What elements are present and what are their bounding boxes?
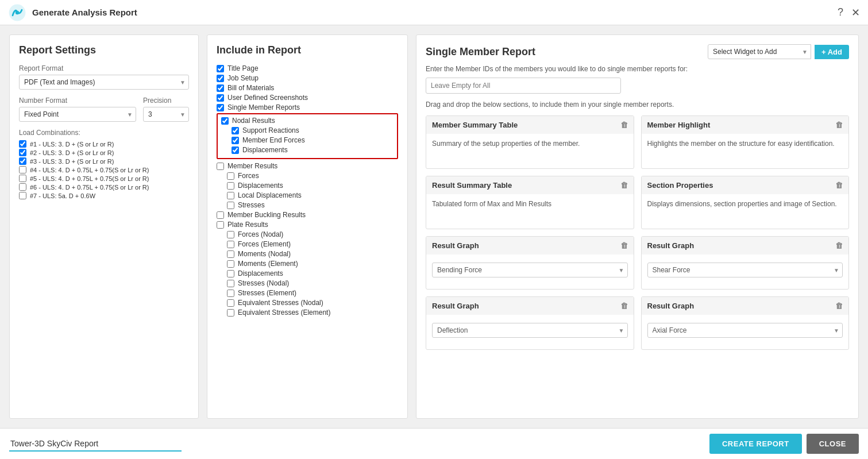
widget-select-wrapper: Select Widget to Add ▼ xyxy=(708,44,811,59)
lc3-label: #3 - ULS: 3. D + (S or Lr or R) xyxy=(30,158,114,165)
displacements-nodal-checkbox[interactable] xyxy=(232,146,239,154)
stresses-nodal-checkbox[interactable] xyxy=(227,280,234,287)
widget-result-graph-bending-header: Result Graph 🗑 xyxy=(426,237,634,254)
equiv-stresses-nodal-checkbox[interactable] xyxy=(227,299,234,307)
support-reactions-label: Support Reactions xyxy=(242,126,299,134)
title-page-checkbox[interactable] xyxy=(217,65,224,72)
member-results-checkbox[interactable] xyxy=(217,163,224,170)
widget-select[interactable]: Select Widget to Add xyxy=(708,44,811,59)
member-end-forces-checkbox[interactable] xyxy=(232,137,239,144)
widget-member-summary-header: Member Summary Table 🗑 xyxy=(426,116,634,134)
window-close-button[interactable]: ✕ xyxy=(851,6,860,19)
svg-point-1 xyxy=(16,10,19,14)
lc2-item: #2 - ULS: 3. D + (S or Lr or R) xyxy=(19,149,189,156)
equiv-stresses-nodal-label: Equivalent Stresses (Nodal) xyxy=(238,299,323,307)
local-displacements-checkbox[interactable] xyxy=(227,192,234,199)
widget-result-summary-header: Result Summary Table 🗑 xyxy=(426,176,634,194)
nodal-results-item: Nodal Results xyxy=(221,117,394,125)
widget-result-graph-axial-body: Bending Force Shear Force Axial Force De… xyxy=(642,315,849,349)
lc6-item: #6 - ULS: 4. D + 0.75L + 0.75(S or Lr or… xyxy=(19,183,189,191)
displacements-member-item: Displacements xyxy=(227,182,398,190)
support-reactions-item: Support Reactions xyxy=(232,126,394,134)
displacements-member-checkbox[interactable] xyxy=(227,182,234,190)
stresses-label: Stresses xyxy=(238,201,265,209)
bill-of-materials-checkbox[interactable] xyxy=(217,84,224,92)
widget-section-properties-delete-icon[interactable]: 🗑 xyxy=(835,181,843,190)
lc3-checkbox[interactable] xyxy=(19,157,26,165)
widget-member-highlight-delete-icon[interactable]: 🗑 xyxy=(835,121,843,129)
local-displacements-item: Local Displacements xyxy=(227,191,398,199)
widget-result-summary-delete-icon[interactable]: 🗑 xyxy=(620,181,628,190)
close-button[interactable]: CLOSE xyxy=(807,434,859,454)
shear-force-select-wrapper: Bending Force Shear Force Axial Force De… xyxy=(647,263,843,277)
lc7-checkbox[interactable] xyxy=(19,192,26,199)
equiv-stresses-element-item: Equivalent Stresses (Element) xyxy=(227,308,398,317)
displacements-member-label: Displacements xyxy=(238,182,283,190)
equiv-stresses-element-label: Equivalent Stresses (Element) xyxy=(238,308,330,317)
equiv-stresses-element-checkbox[interactable] xyxy=(227,309,234,317)
nodal-results-highlight-box: Nodal Results Support Reactions Member E… xyxy=(217,113,398,159)
lc6-checkbox[interactable] xyxy=(19,183,26,191)
job-setup-checkbox[interactable] xyxy=(217,75,224,82)
create-report-button[interactable]: CREATE REPORT xyxy=(709,434,802,454)
nodal-results-checkbox[interactable] xyxy=(221,117,229,125)
precision-label: Precision xyxy=(143,97,189,105)
stresses-element-checkbox[interactable] xyxy=(227,290,234,297)
bending-force-select[interactable]: Bending Force Shear Force Axial Force De… xyxy=(432,263,628,277)
widget-result-graph-shear-delete-icon[interactable]: 🗑 xyxy=(835,241,843,250)
widget-result-summary-title: Result Summary Table xyxy=(432,181,512,190)
widget-result-summary-table: Result Summary Table 🗑 Tabulated form of… xyxy=(426,176,634,229)
widget-result-graph-shear-body: Bending Force Shear Force Axial Force De… xyxy=(642,254,849,289)
report-name-input[interactable] xyxy=(9,437,182,452)
report-settings-title: Report Settings xyxy=(19,44,189,56)
deflection-select[interactable]: Bending Force Shear Force Axial Force De… xyxy=(432,323,628,338)
widget-result-graph-axial-delete-icon[interactable]: 🗑 xyxy=(835,302,843,310)
single-member-reports-checkbox[interactable] xyxy=(217,104,224,111)
plate-results-label: Plate Results xyxy=(227,221,268,229)
widget-result-summary-body: Tabulated form of Max and Min Results xyxy=(426,194,634,229)
member-buckling-checkbox[interactable] xyxy=(217,211,224,219)
lc2-checkbox[interactable] xyxy=(19,149,26,156)
axial-force-select[interactable]: Bending Force Shear Force Axial Force De… xyxy=(647,323,843,338)
stresses-checkbox[interactable] xyxy=(227,202,234,209)
plate-results-item: Plate Results xyxy=(217,221,398,229)
plate-results-checkbox[interactable] xyxy=(217,221,224,229)
lc4-item: #4 - ULS: 4. D + 0.75L + 0.75(S or Lr or… xyxy=(19,166,189,173)
help-button[interactable]: ? xyxy=(838,6,843,18)
lc4-checkbox[interactable] xyxy=(19,166,26,173)
moments-element-checkbox[interactable] xyxy=(227,260,234,268)
member-results-label: Member Results xyxy=(227,162,277,170)
forces-nodal-checkbox[interactable] xyxy=(227,231,234,238)
moments-nodal-checkbox[interactable] xyxy=(227,250,234,258)
member-ids-input[interactable] xyxy=(426,78,621,94)
add-widget-button[interactable]: + Add xyxy=(815,45,849,59)
widget-member-highlight-header: Member Highlight 🗑 xyxy=(642,116,849,134)
lc4-label: #4 - ULS: 4. D + 0.75L + 0.75(S or Lr or… xyxy=(30,167,149,173)
lc1-label: #1 - ULS: 3. D + (S or Lr or R) xyxy=(30,141,114,148)
number-format-select[interactable]: Fixed Point Scientific Engineering xyxy=(19,107,136,122)
lc5-checkbox[interactable] xyxy=(19,175,26,182)
lc1-checkbox[interactable] xyxy=(19,140,26,148)
forces-element-label: Forces (Element) xyxy=(238,240,291,248)
axial-force-select-wrapper: Bending Force Shear Force Axial Force De… xyxy=(647,323,843,338)
number-precision-row: Number Format Fixed Point Scientific Eng… xyxy=(19,97,189,122)
single-member-report-panel: Single Member Report Select Widget to Ad… xyxy=(416,34,859,419)
widget-result-graph-bending-delete-icon[interactable]: 🗑 xyxy=(620,241,628,250)
widget-member-summary-delete-icon[interactable]: 🗑 xyxy=(620,121,628,129)
precision-select[interactable]: 1 2 3 4 5 xyxy=(143,107,189,122)
title-page-item: Title Page xyxy=(217,64,398,72)
displacements-plate-checkbox[interactable] xyxy=(227,270,234,277)
forces-checkbox[interactable] xyxy=(227,172,234,180)
widget-result-graph-deflection-delete-icon[interactable]: 🗑 xyxy=(620,302,628,310)
load-combinations-group: Load Combinations: #1 - ULS: 3. D + (S o… xyxy=(19,129,189,199)
bill-of-materials-label: Bill of Materials xyxy=(227,84,274,92)
report-settings-panel: Report Settings Report Format PDF (Text … xyxy=(9,34,199,419)
widget-section-properties: Section Properties 🗑 Displays dimensions… xyxy=(641,176,850,229)
nodal-results-label: Nodal Results xyxy=(232,117,275,125)
report-format-select[interactable]: PDF (Text and Images) PDF (Images Only) … xyxy=(19,75,189,90)
user-screenshots-checkbox[interactable] xyxy=(217,94,224,102)
lc5-label: #5 - ULS: 4. D + 0.75L + 0.75(S or Lr or… xyxy=(30,175,149,182)
shear-force-select[interactable]: Bending Force Shear Force Axial Force De… xyxy=(647,263,843,277)
forces-element-checkbox[interactable] xyxy=(227,241,234,248)
support-reactions-checkbox[interactable] xyxy=(232,127,239,134)
